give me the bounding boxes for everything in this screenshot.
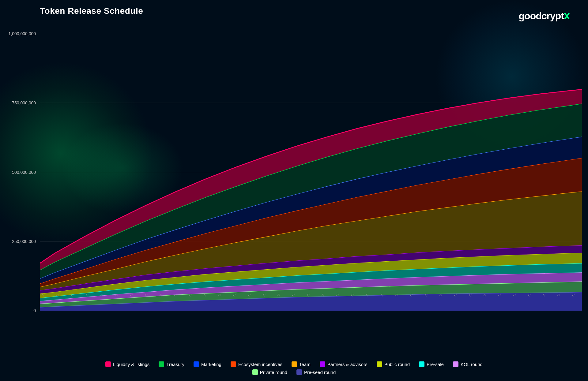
x-axis-label: month 36 [571,294,580,297]
legend-item-preseed: Pre-seed round [296,369,336,375]
chart-svg [40,34,582,311]
x-axis-label: month 13 [232,294,241,297]
legend-label-presale: Pre-sale [427,362,444,367]
legend-label-private: Private round [260,370,287,375]
x-axis-label: month 17 [291,294,300,297]
legend-item-liquidity: Liquidity & listings [105,361,149,367]
legend-label-liquidity: Liquidity & listings [113,362,149,367]
legend: Liquidity & listings Treasury Marketing … [0,361,588,375]
x-axis-label: month 7 [144,294,153,297]
x-axis-label: month 25 [409,294,418,297]
y-axis: 1,000,000,000 750,000,000 500,000,000 25… [0,34,38,311]
legend-swatch-public [377,361,382,367]
x-axis-label: month 10 [188,294,197,297]
x-axis-label: month 8 [158,294,168,297]
legend-swatch-liquidity [105,361,111,367]
x-axis-label: month 32 [512,294,521,297]
y-label-750m: 750,000,000 [12,100,36,105]
legend-item-treasury: Treasury [159,361,184,367]
x-axis-label: month 1 [55,294,64,297]
x-axis-label: month 19 [320,294,330,297]
legend-label-preseed: Pre-seed round [304,370,336,375]
logo: goodcryptx [519,9,570,22]
legend-swatch-kol [453,361,458,367]
legend-item-public: Public round [377,361,410,367]
x-axis-label: month 20 [335,294,344,297]
legend-row-1: Liquidity & listings Treasury Marketing … [105,361,483,367]
x-axis-label: month 28 [453,294,462,297]
x-axis-label: month 35 [556,294,565,297]
legend-swatch-team [292,361,297,367]
legend-item-partners: Partners & advisors [320,361,368,367]
legend-label-ecosystem: Ecosystem incentives [238,362,282,367]
x-axis-label: month 14 [247,294,256,297]
legend-label-public: Public round [384,362,410,367]
legend-label-partners: Partners & advisors [327,362,368,367]
legend-label-marketing: Marketing [201,362,221,367]
legend-swatch-marketing [194,361,199,367]
x-axis-label: month 0 [40,294,50,297]
legend-swatch-private [252,369,258,375]
x-axis-label: month 33 [527,294,536,297]
x-axis-label: month 2 [70,294,79,297]
x-axis-label: month 26 [424,294,433,297]
legend-item-ecosystem: Ecosystem incentives [231,361,282,367]
y-label-500m: 500,000,000 [12,170,36,175]
legend-item-marketing: Marketing [194,361,221,367]
x-axis-label: month 30 [482,294,492,297]
y-label-0: 0 [33,308,36,313]
x-axis-label: month 22 [364,294,374,297]
x-axis-label: month 12 [217,294,226,297]
x-axis-label: month 31 [497,294,506,297]
x-axis: month 0month 1month 2month 3month 4month… [40,294,585,315]
legend-item-kol: KOL round [453,361,483,367]
x-axis-label: month 11 [202,294,212,297]
chart-title: Token Release Schedule [40,6,143,16]
legend-label-kol: KOL round [461,362,483,367]
legend-item-presale: Pre-sale [419,361,444,367]
x-axis-label: month 6 [129,294,138,297]
x-axis-label: month 34 [541,294,551,297]
y-label-250m: 250,000,000 [12,239,36,244]
x-axis-label: month 9 [173,294,182,297]
legend-label-team: Team [299,362,311,367]
x-axis-label: month 4 [99,294,108,297]
x-axis-label: month 29 [468,294,477,297]
legend-swatch-preseed [296,369,302,375]
legend-swatch-partners [320,361,325,367]
x-axis-label: month 16 [276,294,285,297]
legend-swatch-ecosystem [231,361,236,367]
x-axis-label: month 5 [114,294,123,297]
legend-label-treasury: Treasury [166,362,184,367]
x-axis-label: month 18 [306,294,315,297]
x-axis-label: month 3 [85,294,94,297]
legend-item-team: Team [292,361,311,367]
x-axis-label: month 27 [438,294,447,297]
legend-swatch-treasury [159,361,164,367]
x-axis-label: month 21 [350,294,359,297]
legend-swatch-presale [419,361,424,367]
x-axis-label: month 15 [262,294,271,297]
y-label-1b: 1,000,000,000 [8,31,36,36]
legend-row-2: Private round Pre-seed round [252,369,336,375]
legend-item-private: Private round [252,369,287,375]
x-axis-label: month 23 [379,294,389,297]
x-axis-label: month 24 [394,294,403,297]
